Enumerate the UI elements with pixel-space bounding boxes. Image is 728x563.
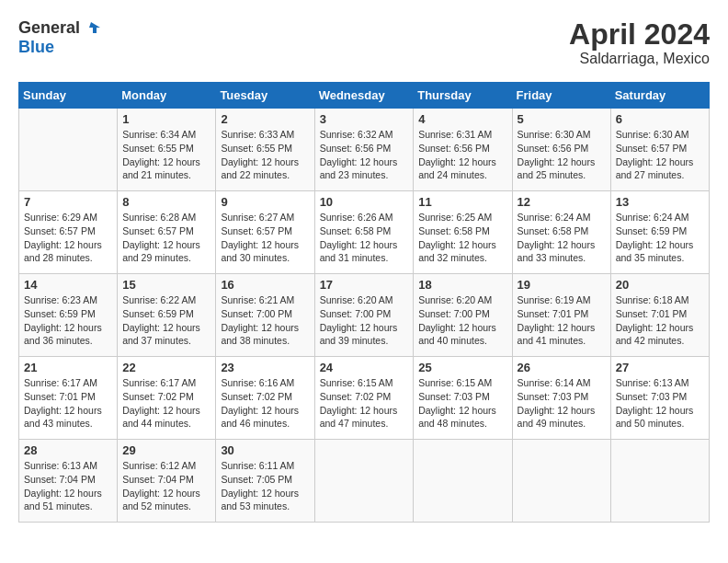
logo: General Blue	[18, 18, 100, 57]
table-row: 16Sunrise: 6:21 AMSunset: 7:00 PMDayligh…	[216, 274, 314, 357]
cell-date: 12	[518, 195, 606, 209]
cell-info: Sunrise: 6:16 AMSunset: 7:02 PMDaylight:…	[221, 376, 309, 431]
cell-date: 21	[24, 361, 112, 374]
cell-date: 22	[122, 361, 210, 374]
calendar-week-row: 7Sunrise: 6:29 AMSunset: 6:57 PMDaylight…	[19, 191, 710, 274]
table-row: 13Sunrise: 6:24 AMSunset: 6:59 PMDayligh…	[610, 191, 709, 274]
table-row: 11Sunrise: 6:25 AMSunset: 6:58 PMDayligh…	[414, 191, 512, 274]
calendar-table: Sunday Monday Tuesday Wednesday Thursday…	[18, 82, 710, 523]
cell-info: Sunrise: 6:20 AMSunset: 7:00 PMDaylight:…	[418, 293, 506, 348]
cell-info: Sunrise: 6:20 AMSunset: 7:00 PMDaylight:…	[320, 293, 409, 348]
svg-marker-0	[89, 22, 100, 33]
col-friday: Friday	[512, 83, 610, 109]
cell-date: 29	[122, 443, 210, 457]
table-row: 2Sunrise: 6:33 AMSunset: 6:55 PMDaylight…	[216, 109, 314, 191]
cell-date: 20	[616, 278, 704, 292]
logo-blue-text: Blue	[18, 39, 100, 57]
cell-info: Sunrise: 6:30 AMSunset: 6:57 PMDaylight:…	[616, 128, 704, 182]
cell-info: Sunrise: 6:18 AMSunset: 7:01 PMDaylight:…	[616, 293, 704, 348]
col-wednesday: Wednesday	[314, 83, 414, 109]
cell-info: Sunrise: 6:15 AMSunset: 7:02 PMDaylight:…	[320, 376, 409, 431]
cell-info: Sunrise: 6:21 AMSunset: 7:00 PMDaylight:…	[221, 293, 309, 348]
table-row: 30Sunrise: 6:11 AMSunset: 7:05 PMDayligh…	[216, 440, 314, 523]
col-monday: Monday	[118, 83, 216, 109]
cell-info: Sunrise: 6:24 AMSunset: 6:58 PMDaylight:…	[518, 211, 606, 265]
table-row: 18Sunrise: 6:20 AMSunset: 7:00 PMDayligh…	[414, 274, 512, 357]
table-row: 15Sunrise: 6:22 AMSunset: 6:59 PMDayligh…	[118, 274, 216, 357]
cell-date: 24	[320, 361, 409, 374]
cell-date: 11	[418, 195, 506, 209]
calendar-week-row: 14Sunrise: 6:23 AMSunset: 6:59 PMDayligh…	[19, 274, 710, 357]
col-tuesday: Tuesday	[216, 83, 314, 109]
cell-info: Sunrise: 6:31 AMSunset: 6:56 PMDaylight:…	[418, 128, 506, 182]
table-row: 23Sunrise: 6:16 AMSunset: 7:02 PMDayligh…	[216, 357, 314, 440]
cell-info: Sunrise: 6:23 AMSunset: 6:59 PMDaylight:…	[24, 293, 112, 348]
table-row: 19Sunrise: 6:19 AMSunset: 7:01 PMDayligh…	[512, 274, 610, 357]
cell-date: 3	[320, 112, 409, 126]
table-row: 24Sunrise: 6:15 AMSunset: 7:02 PMDayligh…	[314, 357, 414, 440]
cell-date: 2	[221, 112, 309, 126]
table-row: 12Sunrise: 6:24 AMSunset: 6:58 PMDayligh…	[512, 191, 610, 274]
table-row: 25Sunrise: 6:15 AMSunset: 7:03 PMDayligh…	[414, 357, 512, 440]
table-row: 4Sunrise: 6:31 AMSunset: 6:56 PMDaylight…	[414, 109, 512, 191]
cell-date: 4	[418, 112, 506, 126]
cell-info: Sunrise: 6:28 AMSunset: 6:57 PMDaylight:…	[122, 211, 210, 265]
cell-date: 15	[122, 278, 210, 292]
cell-info: Sunrise: 6:22 AMSunset: 6:59 PMDaylight:…	[122, 293, 210, 348]
cell-date: 27	[616, 361, 704, 374]
cell-date: 16	[221, 278, 309, 292]
col-thursday: Thursday	[414, 83, 512, 109]
col-saturday: Saturday	[610, 83, 709, 109]
cell-date: 23	[221, 361, 309, 374]
cell-date: 25	[418, 361, 506, 374]
cell-date: 7	[24, 195, 112, 209]
cell-info: Sunrise: 6:30 AMSunset: 6:56 PMDaylight:…	[518, 128, 606, 182]
table-row: 27Sunrise: 6:13 AMSunset: 7:03 PMDayligh…	[610, 357, 709, 440]
calendar-header-row: Sunday Monday Tuesday Wednesday Thursday…	[19, 83, 710, 109]
table-row	[19, 109, 118, 191]
table-row: 5Sunrise: 6:30 AMSunset: 6:56 PMDaylight…	[512, 109, 610, 191]
calendar-week-row: 1Sunrise: 6:34 AMSunset: 6:55 PMDaylight…	[19, 109, 710, 191]
cell-date: 30	[221, 443, 309, 457]
table-row: 21Sunrise: 6:17 AMSunset: 7:01 PMDayligh…	[19, 357, 118, 440]
cell-info: Sunrise: 6:12 AMSunset: 7:04 PMDaylight:…	[122, 459, 210, 513]
table-row: 3Sunrise: 6:32 AMSunset: 6:56 PMDaylight…	[314, 109, 414, 191]
cell-date: 10	[320, 195, 409, 209]
cell-date: 18	[418, 278, 506, 292]
logo-general-text: General	[18, 19, 80, 38]
col-sunday: Sunday	[19, 83, 118, 109]
table-row: 10Sunrise: 6:26 AMSunset: 6:58 PMDayligh…	[314, 191, 414, 274]
cell-info: Sunrise: 6:26 AMSunset: 6:58 PMDaylight:…	[320, 211, 409, 265]
table-row: 6Sunrise: 6:30 AMSunset: 6:57 PMDaylight…	[610, 109, 709, 191]
table-row: 20Sunrise: 6:18 AMSunset: 7:01 PMDayligh…	[610, 274, 709, 357]
cell-info: Sunrise: 6:13 AMSunset: 7:03 PMDaylight:…	[616, 376, 704, 431]
cell-info: Sunrise: 6:15 AMSunset: 7:03 PMDaylight:…	[418, 376, 506, 431]
table-row: 7Sunrise: 6:29 AMSunset: 6:57 PMDaylight…	[19, 191, 118, 274]
page-header: General Blue April 2024 Saldarriaga, Mex…	[18, 18, 710, 67]
cell-date: 5	[518, 112, 606, 126]
calendar-week-row: 21Sunrise: 6:17 AMSunset: 7:01 PMDayligh…	[19, 357, 710, 440]
table-row: 8Sunrise: 6:28 AMSunset: 6:57 PMDaylight…	[118, 191, 216, 274]
title-block: April 2024 Saldarriaga, Mexico	[569, 18, 710, 67]
cell-date: 28	[24, 443, 112, 457]
cell-date: 19	[518, 278, 606, 292]
cell-date: 1	[122, 112, 210, 126]
table-row	[414, 440, 512, 523]
calendar-subtitle: Saldarriaga, Mexico	[569, 51, 710, 67]
cell-info: Sunrise: 6:17 AMSunset: 7:01 PMDaylight:…	[24, 376, 112, 431]
cell-info: Sunrise: 6:25 AMSunset: 6:58 PMDaylight:…	[418, 211, 506, 265]
cell-date: 17	[320, 278, 409, 292]
cell-info: Sunrise: 6:33 AMSunset: 6:55 PMDaylight:…	[221, 128, 309, 182]
table-row	[512, 440, 610, 523]
table-row: 1Sunrise: 6:34 AMSunset: 6:55 PMDaylight…	[118, 109, 216, 191]
calendar-week-row: 28Sunrise: 6:13 AMSunset: 7:04 PMDayligh…	[19, 440, 710, 523]
table-row: 28Sunrise: 6:13 AMSunset: 7:04 PMDayligh…	[19, 440, 118, 523]
cell-info: Sunrise: 6:11 AMSunset: 7:05 PMDaylight:…	[221, 459, 309, 513]
table-row	[610, 440, 709, 523]
cell-date: 6	[616, 112, 704, 126]
table-row: 17Sunrise: 6:20 AMSunset: 7:00 PMDayligh…	[314, 274, 414, 357]
table-row: 29Sunrise: 6:12 AMSunset: 7:04 PMDayligh…	[118, 440, 216, 523]
cell-info: Sunrise: 6:29 AMSunset: 6:57 PMDaylight:…	[24, 211, 112, 265]
cell-date: 14	[24, 278, 112, 292]
cell-date: 9	[221, 195, 309, 209]
